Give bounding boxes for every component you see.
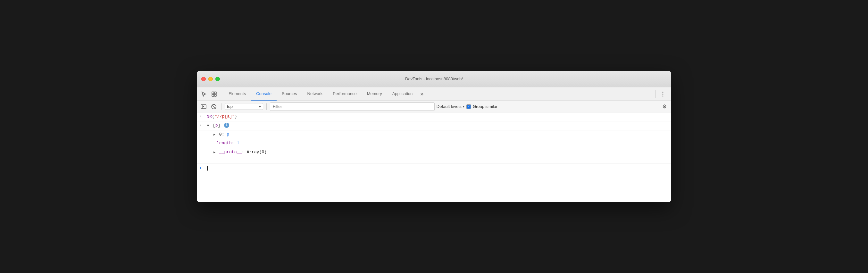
input-prefix: › xyxy=(199,113,205,120)
cursor-text[interactable] xyxy=(207,165,208,172)
levels-label: Default levels xyxy=(437,104,462,109)
console-input-line: › $x("//p[a]") xyxy=(197,112,671,121)
tab-sources[interactable]: Sources xyxy=(277,87,302,101)
filter-input[interactable] xyxy=(270,103,435,111)
svg-rect-1 xyxy=(214,92,216,94)
levels-button[interactable]: Default levels ▾ xyxy=(437,104,464,109)
chevron-down-icon: ▾ xyxy=(259,104,261,109)
console-output-array-line: ‹ ▼ [p] i xyxy=(197,121,671,130)
console-length-property: length: 1 xyxy=(203,139,671,148)
svg-point-4 xyxy=(662,91,663,92)
output-prefix: ‹ xyxy=(199,122,205,129)
toolbar-separator xyxy=(221,103,221,110)
text-cursor xyxy=(207,166,208,170)
info-badge: i xyxy=(224,123,229,128)
levels-arrow-icon: ▾ xyxy=(463,105,464,108)
tab-memory[interactable]: Memory xyxy=(362,87,387,101)
tab-network[interactable]: Network xyxy=(302,87,328,101)
devtools-window: DevTools - localhost:8080/web/ Elements xyxy=(197,71,671,202)
divider xyxy=(655,90,656,98)
more-tabs-button[interactable]: » xyxy=(417,87,426,101)
svg-rect-0 xyxy=(212,92,214,94)
console-toolbar: top ▾ Default levels ▾ ✓ Group similar ⚙ xyxy=(197,101,671,112)
console-input-text: $x("//p[a]") xyxy=(207,113,669,120)
tab-application[interactable]: Application xyxy=(387,87,418,101)
group-similar-label: Group similar xyxy=(473,104,497,109)
gear-icon: ⚙ xyxy=(662,103,667,110)
group-similar-checkbox[interactable]: ✓ xyxy=(466,104,471,109)
tab-performance[interactable]: Performance xyxy=(328,87,362,101)
console-output: › $x("//p[a]") ‹ ▼ [p] i ▶ 0: p length: … xyxy=(197,112,671,202)
tab-console[interactable]: Console xyxy=(251,87,277,101)
cursor-prefix: › xyxy=(199,165,205,171)
minimize-button[interactable] xyxy=(208,77,213,81)
svg-point-6 xyxy=(662,95,663,97)
close-button[interactable] xyxy=(201,77,206,81)
expand-item-0-icon[interactable]: ▶ xyxy=(214,133,215,136)
window-title: DevTools - localhost:8080/web/ xyxy=(405,77,463,81)
sidebar-toggle-button[interactable] xyxy=(199,103,208,111)
context-label: top xyxy=(227,104,258,109)
console-proto-content: ▶ __proto__: Array(0) xyxy=(214,149,669,156)
cursor-icon[interactable] xyxy=(199,90,208,99)
checkmark-icon: ✓ xyxy=(467,105,470,108)
expand-triangle-icon[interactable]: ▼ xyxy=(207,124,209,128)
maximize-button[interactable] xyxy=(215,77,220,81)
svg-rect-2 xyxy=(212,94,214,97)
console-item-0-content: ▶ 0: p xyxy=(214,131,669,138)
tabbar: Elements Console Sources Network Perform… xyxy=(197,87,671,101)
titlebar: DevTools - localhost:8080/web/ xyxy=(197,71,671,87)
console-proto-property: ▶ __proto__: Array(0) xyxy=(203,148,671,157)
svg-line-11 xyxy=(212,105,216,109)
console-output-array: ▼ [p] i xyxy=(207,122,669,129)
svg-rect-3 xyxy=(214,94,216,97)
expand-proto-icon[interactable]: ▶ xyxy=(214,151,215,154)
settings-gear-button[interactable]: ⚙ xyxy=(660,103,669,111)
settings-dots-icon[interactable] xyxy=(658,90,668,99)
context-select[interactable]: top ▾ xyxy=(225,103,263,110)
layers-icon[interactable] xyxy=(210,90,219,99)
toolbar-separator-2 xyxy=(266,103,267,110)
tab-elements[interactable]: Elements xyxy=(223,87,251,101)
tabbar-right xyxy=(655,87,671,101)
console-length-content: length: 1 xyxy=(217,140,669,147)
console-cursor-line[interactable]: › xyxy=(197,163,671,173)
svg-point-5 xyxy=(662,93,663,94)
tabbar-icons xyxy=(199,87,222,101)
clear-console-button[interactable] xyxy=(210,103,218,111)
traffic-lights xyxy=(201,77,220,81)
svg-marker-9 xyxy=(203,106,204,107)
console-item-0: ▶ 0: p xyxy=(203,130,671,139)
console-spacer xyxy=(197,157,671,163)
